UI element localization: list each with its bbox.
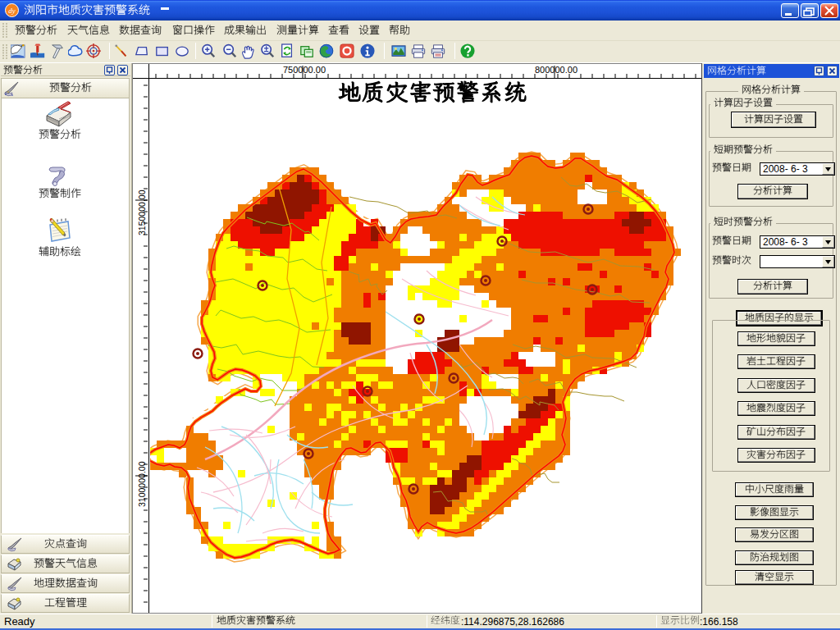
svg-text:dy: dy — [8, 7, 16, 15]
